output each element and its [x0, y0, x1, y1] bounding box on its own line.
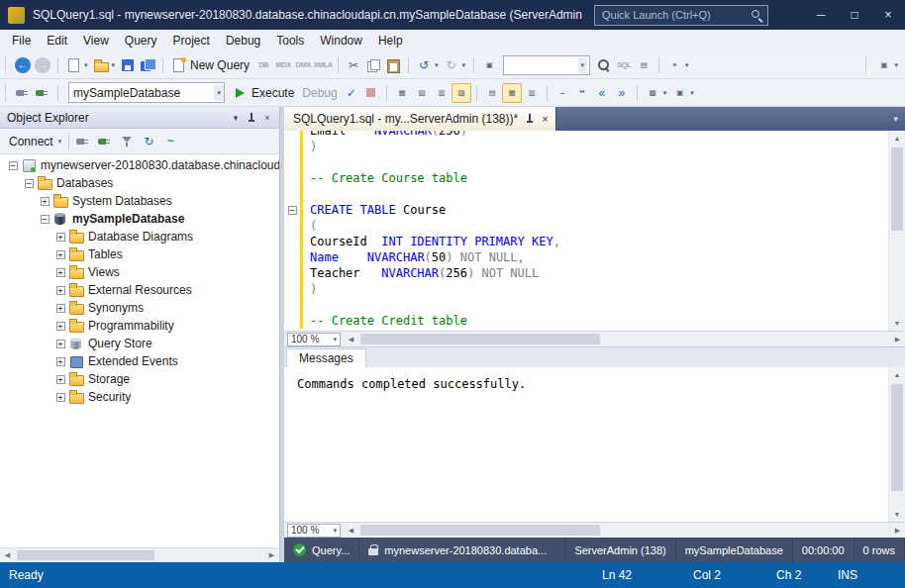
undo-button[interactable]: ↺ ▾: [414, 55, 442, 75]
tree-expander[interactable]: −: [6, 156, 20, 174]
minimize-button[interactable]: ─: [804, 0, 838, 30]
change-connection-button[interactable]: [33, 83, 52, 103]
find-button[interactable]: [594, 55, 614, 75]
scroll-left-icon[interactable]: ◀: [344, 523, 358, 538]
tree-expander[interactable]: +: [53, 388, 67, 406]
tree-expander[interactable]: −: [22, 174, 36, 192]
tree-expander[interactable]: +: [38, 192, 51, 210]
menu-item[interactable]: Tools: [268, 32, 312, 49]
uncomment-button[interactable]: **: [572, 83, 592, 103]
pin-icon[interactable]: [524, 113, 536, 125]
scroll-down-icon[interactable]: ▼: [889, 507, 905, 522]
toolbar-grip[interactable]: [5, 56, 10, 73]
quick-launch-input[interactable]: Quick Launch (Ctrl+Q): [594, 5, 768, 26]
editor-vscrollbar[interactable]: ▲ ▼: [888, 131, 905, 331]
sql-editor[interactable]: Email NVARCHAR(256) ) --: [284, 131, 905, 331]
execute-button[interactable]: Execute: [230, 83, 298, 103]
database-engine-query-button[interactable]: DB: [253, 55, 273, 75]
collapse-margin[interactable]: [284, 131, 300, 139]
toolbar-combobox[interactable]: ▾: [503, 55, 590, 75]
scroll-right-icon[interactable]: ▶: [890, 332, 905, 346]
tree-item-programmability[interactable]: + Programmability: [0, 317, 279, 335]
pin-icon[interactable]: [244, 110, 259, 126]
tree-expander[interactable]: +: [53, 335, 67, 352]
chevron-down-icon[interactable]: ▾: [214, 85, 224, 101]
close-panel-icon[interactable]: ×: [259, 110, 275, 126]
dmx-query-button[interactable]: DMX: [293, 55, 313, 75]
scroll-right-icon[interactable]: ▶: [890, 523, 905, 538]
cancel-query-button[interactable]: [361, 83, 381, 103]
collapse-margin[interactable]: [284, 139, 300, 154]
results-to-text-button[interactable]: ▤: [482, 83, 502, 103]
available-databases-combobox[interactable]: mySampleDatabase ▾: [68, 82, 225, 103]
tree-expander[interactable]: +: [53, 228, 67, 245]
stop-button[interactable]: [94, 132, 116, 151]
tab-list-dropdown-icon[interactable]: ▾: [886, 107, 905, 131]
properties-window-button[interactable]: ▤: [634, 55, 654, 75]
new-query-button[interactable]: New Query: [168, 55, 253, 75]
menu-item[interactable]: Help: [370, 32, 411, 49]
tree-item-views[interactable]: + Views: [0, 263, 279, 281]
collapse-margin[interactable]: [284, 297, 300, 313]
collapse-margin[interactable]: −: [284, 202, 300, 218]
tree-expander[interactable]: +: [53, 317, 67, 335]
menu-item[interactable]: Window: [312, 32, 370, 49]
scroll-up-icon[interactable]: ▲: [889, 367, 905, 382]
menu-item[interactable]: View: [75, 32, 117, 49]
scrollbar-thumb[interactable]: [17, 550, 154, 560]
scroll-down-icon[interactable]: ▼: [889, 316, 905, 331]
collapse-margin[interactable]: [284, 170, 300, 186]
scrollbar-thumb[interactable]: [360, 525, 600, 536]
collapse-margin[interactable]: [284, 313, 300, 329]
collapse-margin[interactable]: [284, 154, 300, 170]
copy-button[interactable]: [363, 55, 383, 75]
debug-button[interactable]: Debug: [298, 84, 341, 102]
editor-hscrollbar[interactable]: ◀ ▶: [344, 332, 905, 346]
chevron-down-icon[interactable]: ▾: [578, 57, 588, 73]
tree-item-synonyms[interactable]: + Synonyms: [0, 299, 279, 317]
tree-item-security[interactable]: + Security: [0, 388, 279, 406]
tree-item-databases[interactable]: − Databases: [0, 174, 279, 192]
navigate-forward-button[interactable]: →: [33, 55, 52, 75]
tree-item-server[interactable]: − mynewserver-20180830.database.chinaclo…: [0, 156, 279, 174]
redo-button[interactable]: ↻ ▾: [442, 55, 469, 75]
menu-item[interactable]: Query: [117, 32, 165, 49]
messages-zoom-select[interactable]: 100 % ▾: [287, 524, 341, 538]
connect-button[interactable]: Connect ▾: [4, 133, 65, 150]
navigate-back-button[interactable]: ←: [13, 55, 33, 75]
scroll-left-icon[interactable]: ◀: [0, 548, 15, 562]
tree-item-database-diagrams[interactable]: + Database Diagrams: [0, 228, 279, 245]
tree-item-query-store[interactable]: + Query Store: [0, 335, 279, 352]
tree-expander[interactable]: +: [53, 299, 67, 317]
menu-item[interactable]: Debug: [218, 32, 268, 49]
query-shortcuts-button[interactable]: ▩ ▾: [643, 83, 670, 103]
decrease-indent-button[interactable]: «: [592, 83, 612, 103]
toolbar-grip[interactable]: [5, 84, 10, 101]
sql-mode-button[interactable]: SQL: [614, 55, 634, 75]
scrollbar-thumb[interactable]: [891, 147, 903, 231]
increase-indent-button[interactable]: »: [612, 83, 632, 103]
collapse-margin[interactable]: [284, 265, 300, 281]
editor-zoom-select[interactable]: 100 % ▾: [287, 333, 341, 346]
collapse-margin[interactable]: [284, 249, 300, 265]
tree-expander[interactable]: +: [53, 281, 67, 299]
scroll-right-icon[interactable]: ▶: [264, 548, 279, 562]
scroll-up-icon[interactable]: ▲: [889, 131, 905, 146]
menu-item[interactable]: Project: [165, 32, 218, 49]
tree-item-storage[interactable]: + Storage: [0, 370, 279, 388]
scrollbar-thumb[interactable]: [891, 384, 903, 491]
object-explorer-hscrollbar[interactable]: ◀ ▶: [0, 547, 279, 562]
collapse-margin[interactable]: [284, 218, 300, 234]
filter-button[interactable]: [116, 132, 138, 151]
tree-expander[interactable]: −: [38, 210, 51, 228]
results-to-grid-button[interactable]: ▦: [502, 83, 522, 103]
connect-query-button[interactable]: [13, 83, 33, 103]
live-stats-button[interactable]: ▧: [412, 83, 432, 103]
collapse-toggle-icon[interactable]: −: [288, 206, 297, 215]
tree-expander[interactable]: +: [53, 352, 67, 370]
tree-item-external-resources[interactable]: + External Resources: [0, 281, 279, 299]
estimated-plan-button[interactable]: ▦: [392, 83, 412, 103]
toolbar-overflow-button[interactable]: » ▾: [664, 55, 692, 75]
save-button[interactable]: [118, 55, 138, 75]
tree-expander[interactable]: +: [53, 370, 67, 388]
